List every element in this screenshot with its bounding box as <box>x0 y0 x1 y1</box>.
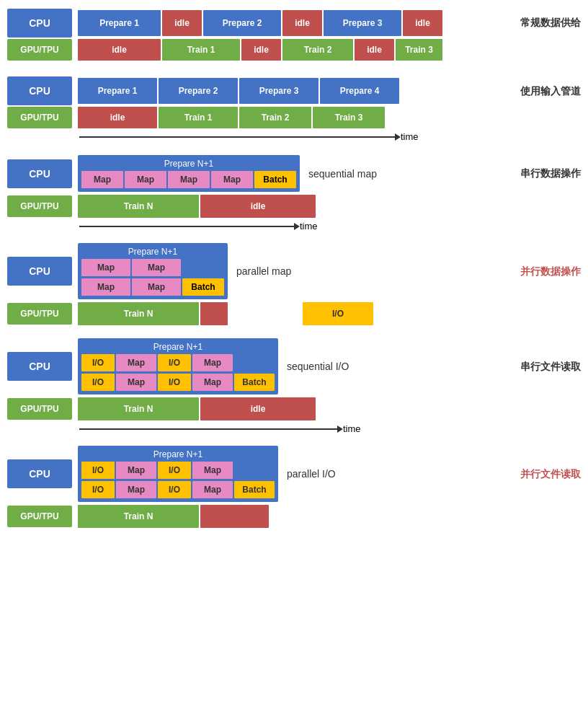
section6-cn-label: 并行文件读取 <box>520 468 581 480</box>
section5-en-label: sequential I/O <box>287 361 349 372</box>
bar-s6-io3: I/O <box>81 481 115 498</box>
section2-group: CPU Prepare 1 Prepare 2 Prepare 3 Prepar… <box>7 76 581 142</box>
bar-s6-map2: Map <box>192 462 233 479</box>
section4-prepare-label: Prepare N+1 <box>81 247 224 257</box>
bar-map1: Map <box>81 171 123 188</box>
section3-cn-label: 串行数据操作 <box>520 167 581 179</box>
section4-subrow2: Map Map Batch <box>81 278 224 296</box>
section2-cn-label: 使用输入管道 <box>520 85 581 97</box>
section5-cpu-row: CPU Prepare N+1 I/O Map I/O Map I/O Map … <box>7 338 581 394</box>
gpu-label-4: GPU/TPU <box>7 303 72 325</box>
bar-train2: Train 2 <box>282 39 353 61</box>
bar-gidle1: idle <box>78 39 161 61</box>
section4-cpu-row: CPU Prepare N+1 Map Map Map Map Batch pa… <box>7 243 581 299</box>
bar-s5-io3: I/O <box>81 374 115 391</box>
section1-cpu-bars: Prepare 1 idle Prepare 2 idle Prepare 3 … <box>78 10 514 36</box>
bar-s5-io2: I/O <box>158 354 191 371</box>
bar-s4-batch: Batch <box>182 278 224 296</box>
cpu-label-3: CPU <box>7 159 72 188</box>
bar-trainN-5: Train N <box>78 397 199 420</box>
bar-s2-train2: Train 2 <box>239 107 311 128</box>
bar-s5-io4: I/O <box>158 374 191 391</box>
section6-gpu-bars: Train N <box>78 505 581 528</box>
bar-prepare3: Prepare 3 <box>324 10 401 36</box>
bar-idle-3: idle <box>200 195 316 218</box>
section1-gpu-row: GPU/TPU idle Train 1 idle Train 2 idle T… <box>7 39 581 61</box>
section5-cn-label: 串行文件读取 <box>520 361 581 372</box>
section5-gpu-row: GPU/TPU Train N idle <box>7 397 581 420</box>
bar-s4-map1: Map <box>81 259 130 276</box>
section6-subrow1: I/O Map I/O Map <box>81 462 275 479</box>
gpu-label-2: GPU/TPU <box>7 107 72 128</box>
gpu-label-5: GPU/TPU <box>7 398 72 420</box>
bar-trainN-4: Train N <box>78 302 199 325</box>
cpu-label-5: CPU <box>7 352 72 381</box>
gpu-label-3: GPU/TPU <box>7 195 72 217</box>
bar-s2-prepare4: Prepare 4 <box>320 78 399 104</box>
section2-gpu-bars: idle Train 1 Train 2 Train 3 <box>78 107 581 128</box>
bar-s4-map2: Map <box>132 259 181 276</box>
bar-train3: Train 3 <box>396 39 442 61</box>
bar-map3: Map <box>168 171 210 188</box>
bar-s4-map3: Map <box>81 278 130 296</box>
section4-cpu-outer: Prepare N+1 Map Map Map Map Batch <box>78 243 228 299</box>
bar-s2-prepare1: Prepare 1 <box>78 78 157 104</box>
section1-group: CPU Prepare 1 idle Prepare 2 idle Prepar… <box>7 9 581 61</box>
bar-s6-io4: I/O <box>158 481 191 498</box>
bar-s2-prepare3: Prepare 3 <box>239 78 318 104</box>
section2-cpu-bars: Prepare 1 Prepare 2 Prepare 3 Prepare 4 <box>78 78 514 104</box>
bar-trainN-6: Train N <box>78 505 199 528</box>
section2-gpu-row: GPU/TPU idle Train 1 Train 2 Train 3 <box>7 107 581 128</box>
section5-prepare-label: Prepare N+1 <box>81 342 275 352</box>
time-label-2: time <box>300 221 318 232</box>
bar-idle-5: idle <box>200 397 316 420</box>
bar-s2-train1: Train 1 <box>159 107 238 128</box>
bar-batch1: Batch <box>254 171 296 188</box>
section6-en-label: parallel I/O <box>287 468 336 480</box>
section4-cn-label: 并行数据操作 <box>520 265 581 277</box>
bar-prepare1: Prepare 1 <box>78 10 161 36</box>
time-arrow-1: time <box>79 131 581 142</box>
time-label-3: time <box>343 423 361 434</box>
section3-subrow: Map Map Map Map Batch <box>81 171 296 188</box>
section3-group: CPU Prepare N+1 Map Map Map Map Batch se… <box>7 155 581 232</box>
bar-s6-map3: Map <box>116 481 156 498</box>
section4-group: CPU Prepare N+1 Map Map Map Map Batch pa… <box>7 243 581 325</box>
bar-idle1: idle <box>162 10 202 36</box>
section1-cn-label: 常规数据供给 <box>520 17 581 30</box>
section3-cpu-row: CPU Prepare N+1 Map Map Map Map Batch se… <box>7 155 581 192</box>
section4-gpu-bars: Train N I/O <box>78 302 581 325</box>
bar-s6-map1: Map <box>116 462 156 479</box>
bar-s2-train3: Train 3 <box>313 107 385 128</box>
section3-gpu-bars: Train N idle <box>78 195 581 218</box>
bar-s5-batch: Batch <box>234 374 275 391</box>
section6-cpu-row: CPU Prepare N+1 I/O Map I/O Map I/O Map … <box>7 446 581 502</box>
bar-s5-map3: Map <box>116 374 156 391</box>
bar-s2-gidle1: idle <box>78 107 157 128</box>
bar-map2: Map <box>125 171 166 188</box>
time-label-1: time <box>401 131 419 142</box>
section1-gpu-bars: idle Train 1 idle Train 2 idle Train 3 <box>78 39 581 61</box>
bar-s6-map4: Map <box>192 481 233 498</box>
section3-gpu-row: GPU/TPU Train N idle <box>7 195 581 218</box>
section5-gpu-bars: Train N idle <box>78 397 581 420</box>
bar-s6-batch: Batch <box>234 481 275 498</box>
bar-s5-map4: Map <box>192 374 233 391</box>
section2-cpu-row: CPU Prepare 1 Prepare 2 Prepare 3 Prepar… <box>7 76 581 105</box>
section3-en-label: sequential map <box>308 168 377 180</box>
section4-subrow1: Map Map <box>81 259 224 276</box>
time-arrow-2: time <box>79 221 581 232</box>
gpu-label-1: GPU/TPU <box>7 39 72 61</box>
cpu-label-4: CPU <box>7 257 72 286</box>
bar-idle-4 <box>200 302 228 325</box>
section3-cpu-outer: Prepare N+1 Map Map Map Map Batch <box>78 155 300 192</box>
bar-s5-io1: I/O <box>81 354 115 371</box>
time-arrow-3: time <box>79 423 581 434</box>
bar-gidle3: idle <box>355 39 394 61</box>
bar-s2-prepare2: Prepare 2 <box>159 78 238 104</box>
bar-trainN-3: Train N <box>78 195 199 218</box>
bar-map4: Map <box>211 171 253 188</box>
cpu-label-1: CPU <box>7 9 72 38</box>
section6-group: CPU Prepare N+1 I/O Map I/O Map I/O Map … <box>7 446 581 528</box>
bar-train1: Train 1 <box>162 39 240 61</box>
